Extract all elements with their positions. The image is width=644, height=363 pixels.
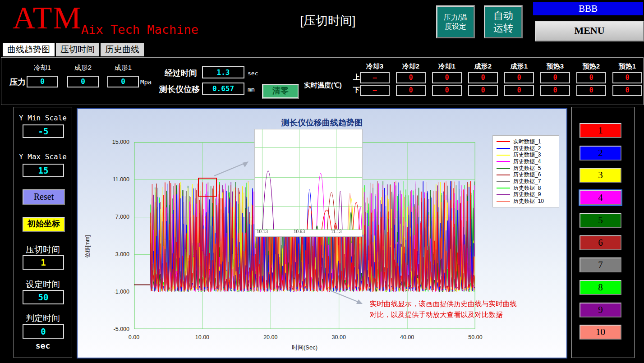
displacement-value: 0.657 — [202, 83, 244, 95]
legend-item: 历史数据_2 — [497, 145, 557, 152]
pressure-temp-settings-button[interactable]: 压力/温 度设定 — [436, 5, 475, 38]
x-tick-label: 40.00 — [393, 334, 421, 340]
zoom-arrow-icon — [211, 156, 253, 181]
temp-lower-value: 0 — [468, 85, 498, 96]
displacement-label: 测长仪位移 — [159, 84, 200, 95]
temp-upper-row-label: 上 — [353, 73, 360, 82]
status-panel: 压力 冷却1 成形2 成形1 0 0 0 Mpa 经过时间 1.3 sec 测长… — [1, 57, 644, 105]
legend-label: 历史数据_10 — [513, 198, 544, 205]
temp-column-header: 成形2 — [468, 62, 498, 71]
app-logo-subtitle: Aix Tech Machine — [81, 23, 198, 37]
initial-coordinates-button[interactable]: 初始坐标 — [23, 217, 65, 232]
reset-button[interactable]: Reset — [23, 189, 65, 205]
temp-upper-value: 0 — [540, 72, 570, 83]
page-title: [压切时间] — [269, 13, 386, 29]
chart-settings-panel: Y Min Scale -5 Y Max Scale 15 Reset 初始坐标… — [14, 107, 72, 358]
zoom-inset-window: 10.1310.6311.13 — [254, 129, 363, 237]
temp-lower-value: 0 — [396, 85, 426, 96]
tab-press-cut-time[interactable]: 压切时间 — [56, 43, 99, 56]
judge-time-field[interactable]: 0 — [23, 324, 64, 339]
temp-lower-value: 0 — [576, 85, 606, 96]
inset-tick-label: 11.13 — [330, 229, 343, 234]
pressure-channel-name: 成形2 — [67, 64, 99, 72]
pressure-temp-settings-label-line2: 度设定 — [437, 22, 474, 31]
clear-zero-button[interactable]: 清零 — [262, 84, 299, 99]
x-axis-label: 时间(Sec) — [134, 344, 475, 352]
zoom-inset-plot — [255, 129, 362, 236]
y-tick-label: 15.000 — [78, 139, 129, 145]
y-min-scale-field[interactable]: -5 — [23, 124, 64, 138]
realtime-temp-label: 实时温度(℃) — [304, 81, 342, 90]
curve-button-4[interactable]: 4 — [580, 190, 621, 205]
pressure-value: 0 — [67, 76, 99, 87]
press-cut-time-field[interactable]: 1 — [23, 255, 64, 270]
temp-upper-value: 0 — [432, 72, 462, 83]
app-logo: ATM — [13, 0, 82, 36]
curve-button-1[interactable]: 1 — [580, 123, 621, 138]
temp-upper-value: — — [360, 72, 390, 83]
auto-run-label-line2: 运转 — [485, 22, 521, 35]
y-max-scale-field[interactable]: 15 — [23, 164, 64, 177]
legend-item: 历史数据_7 — [497, 178, 557, 185]
curve-button-10[interactable]: 10 — [580, 325, 621, 340]
set-time-field[interactable]: 50 — [23, 290, 64, 304]
tab-history-curve[interactable]: 历史曲线 — [101, 43, 144, 56]
legend-line-swatch — [497, 188, 510, 188]
temp-lower-value: 0 — [432, 85, 462, 96]
auto-run-label-line1: 自动 — [485, 9, 521, 22]
curve-button-9[interactable]: 9 — [580, 303, 621, 317]
curve-button-7[interactable]: 7 — [580, 257, 621, 272]
legend-item: 历史数据_10 — [497, 198, 557, 205]
pressure-value: 0 — [107, 76, 139, 87]
temp-column-header: 预热1 — [612, 62, 642, 71]
legend-line-swatch — [497, 175, 510, 175]
legend-item: 实时数据_1 — [497, 138, 557, 145]
elapsed-time-value: 1.3 — [202, 66, 244, 78]
temp-column-header: 冷却3 — [360, 62, 390, 71]
x-tick-label: 0.00 — [120, 334, 148, 340]
pressure-temp-settings-label-line1: 压力/温 — [437, 13, 474, 22]
legend-line-swatch — [497, 194, 510, 195]
menu-button[interactable]: MENU — [535, 21, 644, 41]
annotation-arrow-icon — [326, 287, 368, 308]
legend-line-swatch — [497, 141, 510, 142]
set-time-label: 设定时间 — [14, 279, 72, 290]
curve-select-panel: 12345678910 — [571, 107, 635, 358]
pressure-unit: Mpa — [140, 78, 152, 86]
legend-item: 历史数据_9 — [497, 192, 557, 198]
legend-line-swatch — [497, 155, 510, 156]
temp-lower-value: 0 — [612, 85, 642, 96]
hmi-screen: ATM Aix Tech Machine [压切时间] 压力/温 度设定 自动 … — [0, 0, 644, 363]
auto-run-button[interactable]: 自动 运转 — [484, 5, 523, 38]
curve-button-3[interactable]: 3 — [580, 168, 621, 183]
legend-item: 历史数据_3 — [497, 152, 557, 158]
tab-curve-trend[interactable]: 曲线趋势图 — [3, 43, 55, 56]
chart-legend: 实时数据_1历史数据_2历史数据_3历史数据_4历史数据_5历史数据_6历史数据… — [492, 135, 559, 207]
chart-annotation: 实时曲线显示，该画面提供历史曲线与实时曲线 对比，以及提供手动放大查看以及对比数… — [370, 299, 517, 320]
inset-tick-label: 10.63 — [292, 229, 306, 234]
curve-button-8[interactable]: 8 — [580, 280, 621, 295]
curve-button-6[interactable]: 6 — [580, 235, 621, 250]
x-tick-label: 50.00 — [461, 334, 489, 340]
pressure-channel-name: 冷却1 — [27, 64, 58, 72]
temp-upper-value: 0 — [468, 72, 498, 83]
y-tick-label: -5.000 — [78, 326, 129, 332]
temp-upper-value: 0 — [612, 72, 642, 83]
temp-column-header: 预热3 — [540, 62, 570, 71]
x-tick-label: 10.00 — [188, 334, 216, 340]
temp-column-header: 冷却1 — [432, 62, 462, 71]
judge-time-label: 判定时间 — [14, 312, 72, 324]
chart-title: 测长仪位移曲线趋势图 — [78, 117, 566, 128]
curve-button-5[interactable]: 5 — [580, 213, 621, 228]
temp-lower-value: 0 — [540, 85, 570, 96]
x-tick-label: 20.00 — [257, 334, 285, 340]
press-cut-time-label: 压切时间 — [14, 244, 72, 256]
temp-column-header: 预热2 — [576, 62, 606, 71]
curve-button-2[interactable]: 2 — [580, 146, 621, 161]
temp-upper-value: 0 — [504, 72, 534, 83]
elapsed-time-unit: sec — [248, 70, 258, 77]
temp-column-header: 成形1 — [504, 62, 534, 71]
y-tick-label: 11.000 — [78, 176, 129, 183]
y-axis-label: 位移[mm] — [84, 235, 92, 258]
temp-upper-value: 0 — [396, 72, 426, 83]
